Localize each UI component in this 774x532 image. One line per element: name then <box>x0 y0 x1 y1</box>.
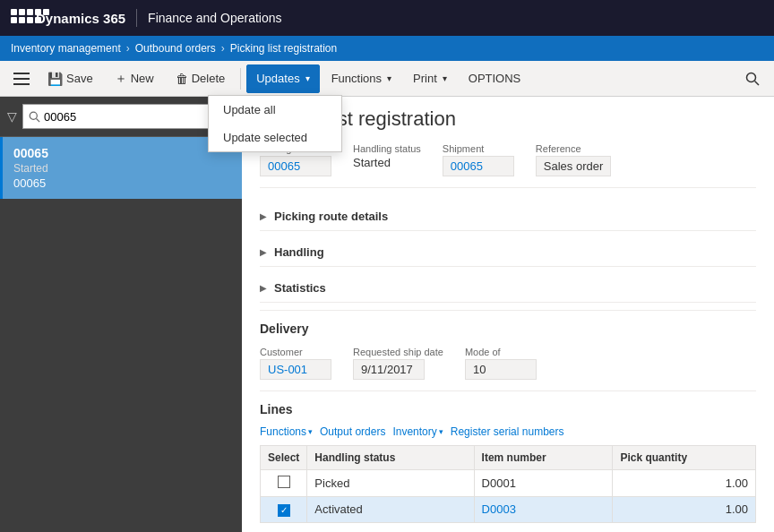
row1-checkbox-cell[interactable] <box>261 470 307 497</box>
search-icon-button[interactable] <box>738 64 767 93</box>
lines-title: Lines <box>260 402 756 416</box>
search-box-icon <box>29 111 40 123</box>
update-selected-item[interactable]: Update selected <box>209 124 341 151</box>
lines-functions-chevron-icon: ▾ <box>308 427 313 436</box>
search-icon <box>745 72 760 86</box>
ship-date-value: 9/11/2017 <box>353 359 425 380</box>
reference-value: Sales order <box>536 156 611 176</box>
register-serial-button[interactable]: Register serial numbers <box>451 425 564 438</box>
breadcrumb-item-1[interactable]: Inventory management <box>11 42 121 55</box>
updates-dropdown: Update all Update selected <box>208 95 342 152</box>
lines-functions-button[interactable]: Functions ▾ <box>260 425 313 438</box>
search-box <box>22 104 235 129</box>
top-bar: Dynamics 365 Finance and Operations <box>0 0 774 36</box>
module-name: Finance and Operations <box>148 11 767 25</box>
handling-status-label: Handling status <box>353 143 421 154</box>
row1-checkbox-empty[interactable] <box>278 476 290 488</box>
breadcrumb-sep-1: › <box>126 42 130 55</box>
delivery-fields: Customer US-001 Requested ship date 9/11… <box>260 347 756 380</box>
handling-section[interactable]: ▶ Handling <box>260 238 756 267</box>
svg-point-0 <box>747 73 756 82</box>
breadcrumb: Inventory management › Outbound orders ›… <box>0 36 774 61</box>
update-all-item[interactable]: Update all <box>209 96 341 124</box>
main-layout: ▽ 00065 Started 00065 Picking list regis… <box>0 97 774 532</box>
picking-route-details-title: Picking route details <box>274 210 388 223</box>
statistics-title: Statistics <box>274 281 326 295</box>
delivery-section: Delivery Customer US-001 Requested ship … <box>260 310 756 391</box>
toolbar: 💾 Save ＋ New 🗑 Delete Updates ▾ Function… <box>0 61 774 97</box>
row1-item-number: D0001 <box>474 470 613 497</box>
statistics-section[interactable]: ▶ Statistics <box>260 274 756 303</box>
left-panel: ▽ 00065 Started 00065 <box>0 97 242 532</box>
row1-handling-status: Picked <box>307 470 474 497</box>
inventory-button[interactable]: Inventory ▾ <box>392 425 443 438</box>
output-orders-button[interactable]: Output orders <box>320 425 385 438</box>
shipment-label: Shipment <box>443 143 514 154</box>
row2-item-number[interactable]: D0003 <box>474 497 613 523</box>
hamburger-button[interactable] <box>7 64 36 93</box>
table-row: ✓ Activated D0003 1.00 <box>261 497 756 523</box>
mode-label: Mode of <box>465 347 537 357</box>
svg-line-3 <box>37 118 40 122</box>
customer-value[interactable]: US-001 <box>260 359 331 380</box>
picking-route-chevron-icon: ▶ <box>260 211 267 221</box>
lines-section: Lines Functions ▾ Output orders Inventor… <box>260 402 756 523</box>
statistics-chevron-icon: ▶ <box>260 283 267 293</box>
functions-chevron-icon: ▾ <box>387 73 391 83</box>
list-item-id: 00065 <box>13 146 231 160</box>
col-select: Select <box>261 446 307 470</box>
list-item-ref: 00065 <box>13 176 231 190</box>
search-input[interactable] <box>44 110 228 124</box>
row2-pick-quantity: 1.00 <box>613 497 756 523</box>
inventory-chevron-icon: ▾ <box>439 427 443 436</box>
reference-label: Reference <box>536 143 611 154</box>
svg-line-1 <box>755 81 760 85</box>
handling-status-field: Handling status Started <box>353 143 421 176</box>
new-icon: ＋ <box>115 71 127 87</box>
customer-label: Customer <box>260 347 331 357</box>
handling-status-value: Started <box>353 156 421 169</box>
table-row: Picked D0001 1.00 <box>261 470 756 497</box>
row2-handling-status: Activated <box>307 497 474 523</box>
app-grid-icon[interactable] <box>7 5 32 30</box>
lines-toolbar: Functions ▾ Output orders Inventory ▾ Re… <box>260 425 756 438</box>
handling-title: Handling <box>274 245 324 259</box>
updates-chevron-icon: ▾ <box>305 73 310 83</box>
list-item-status: Started <box>13 162 231 175</box>
ship-date-label: Requested ship date <box>353 347 443 357</box>
new-button[interactable]: ＋ New <box>105 64 164 93</box>
delete-button[interactable]: 🗑 Delete <box>166 64 236 93</box>
shipment-value[interactable]: 00065 <box>443 156 514 176</box>
list-item[interactable]: 00065 Started 00065 <box>0 137 242 199</box>
save-button[interactable]: 💾 Save <box>38 64 103 93</box>
col-item-number: Item number <box>474 446 613 470</box>
shipment-field: Shipment 00065 <box>443 143 514 176</box>
row2-checkbox-cell[interactable]: ✓ <box>261 497 307 523</box>
handling-chevron-icon: ▶ <box>260 247 267 257</box>
breadcrumb-item-3: Picking list registration <box>230 42 337 55</box>
col-pick-quantity: Pick quantity <box>613 446 756 470</box>
row1-pick-quantity: 1.00 <box>613 470 756 497</box>
print-button[interactable]: Print ▾ <box>403 64 457 93</box>
content-panel: Picking list registration Picking route … <box>242 97 774 532</box>
brand-divider <box>136 9 137 27</box>
lines-table: Select Handling status Item number Pick … <box>260 445 756 523</box>
picking-route-details-section[interactable]: ▶ Picking route details <box>260 202 756 231</box>
filter-bar: ▽ <box>0 97 242 137</box>
functions-button[interactable]: Functions ▾ <box>322 64 401 93</box>
picking-route-value[interactable]: 00065 <box>260 156 331 176</box>
updates-button[interactable]: Updates ▾ <box>246 64 319 93</box>
save-icon: 💾 <box>47 72 63 86</box>
delete-icon: 🗑 <box>176 72 188 86</box>
svg-point-2 <box>30 112 37 119</box>
options-button[interactable]: OPTIONS <box>459 64 531 93</box>
customer-field: Customer US-001 <box>260 347 331 380</box>
toolbar-separator <box>240 68 241 90</box>
reference-field: Reference Sales order <box>536 143 611 176</box>
delivery-title: Delivery <box>260 322 756 336</box>
filter-icon[interactable]: ▽ <box>7 109 17 124</box>
mode-field: Mode of 10 <box>465 347 537 380</box>
breadcrumb-item-2[interactable]: Outbound orders <box>135 42 216 55</box>
brand-name: Dynamics 365 <box>32 11 136 26</box>
row2-checkbox-checked[interactable]: ✓ <box>278 504 290 517</box>
